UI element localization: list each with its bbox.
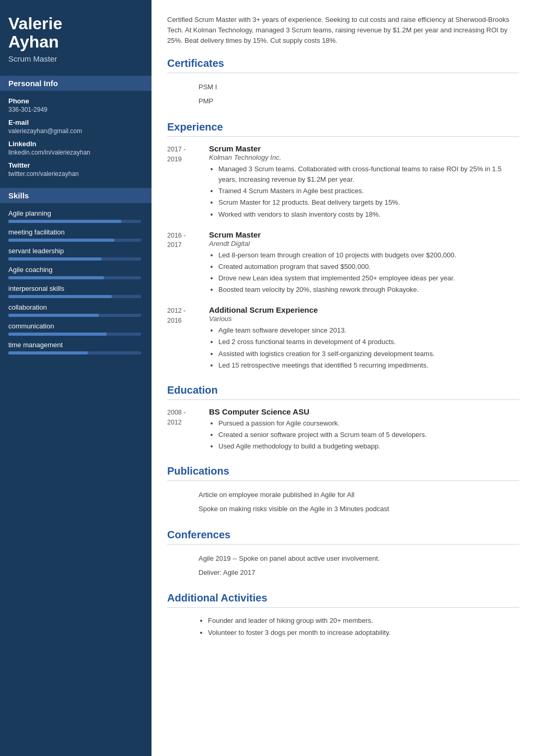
skill-bar-fill	[8, 314, 99, 317]
exp-job-title: Additional Scrum Experience	[209, 305, 519, 314]
cert-item: PSM I	[167, 80, 519, 95]
exp-bullet: Led 2 cross functional teams in developm…	[218, 337, 519, 347]
skill-bar-background	[8, 351, 141, 355]
conference-item: Agile 2019 -- Spoke on panel about activ…	[167, 552, 519, 566]
skill-bar-background	[8, 239, 141, 242]
skill-item: collaboration	[8, 303, 141, 317]
edu-details: BS Computer Science ASUPursued a passion…	[209, 407, 519, 453]
resume-container: Valerie Ayhan Scrum Master Personal Info…	[0, 0, 535, 756]
email-label: E-mail	[8, 119, 141, 126]
conferences-list: Agile 2019 -- Spoke on panel about activ…	[167, 552, 519, 580]
exp-company: Kolman Technology Inc.	[209, 153, 519, 161]
activities-section: Additional Activities Founder and leader…	[167, 592, 519, 638]
skill-item: communication	[8, 322, 141, 336]
exp-date: 2012 - 2016	[167, 305, 209, 372]
skill-bar-fill	[8, 220, 121, 223]
experience-row: 2017 - 2019Scrum MasterKolman Technology…	[167, 144, 519, 221]
exp-details: Scrum MasterKolman Technology Inc.Manage…	[209, 144, 519, 221]
conferences-section: Conferences Agile 2019 -- Spoke on panel…	[167, 529, 519, 580]
skill-label: communication	[8, 322, 141, 330]
skill-item: interpersonal skills	[8, 285, 141, 298]
exp-bullet: Scrum Master for 12 products. Beat deliv…	[218, 197, 519, 208]
publication-item: Spoke on making risks visible on the Agi…	[167, 502, 519, 516]
summary: Certified Scrum Master with 3+ years of …	[167, 15, 519, 46]
skill-item: meeting facilitation	[8, 228, 141, 242]
skill-item: time management	[8, 341, 141, 355]
certificates-list: PSM IPMP	[167, 80, 519, 109]
skills-list: Agile planningmeeting facilitationservan…	[8, 209, 141, 355]
exp-bullet: Managed 3 Scrum teams. Collaborated with…	[218, 164, 519, 185]
exp-bullet: Worked with vendors to slash inventory c…	[218, 209, 519, 220]
experience-divider	[167, 136, 519, 137]
skill-bar-fill	[8, 239, 114, 242]
experience-row: 2016 - 2017Scrum MasterArendt DigitalLed…	[167, 230, 519, 297]
skill-bar-background	[8, 257, 141, 261]
activities-title: Additional Activities	[167, 592, 519, 604]
skill-bar-fill	[8, 351, 88, 355]
education-title: Education	[167, 384, 519, 396]
skill-label: time management	[8, 341, 141, 349]
publications-title: Publications	[167, 465, 519, 477]
publications-divider	[167, 480, 519, 481]
exp-details: Scrum MasterArendt DigitalLed 8-person t…	[209, 230, 519, 297]
skill-item: servant leadership	[8, 247, 141, 261]
phone-value: 336-301-2949	[8, 106, 141, 113]
exp-bullet: Led 15 retrospective meetings that ident…	[218, 360, 519, 371]
certificates-title: Certificates	[167, 57, 519, 69]
skill-label: Agile coaching	[8, 266, 141, 274]
exp-bullet: Assisted with logistics creation for 3 s…	[218, 349, 519, 359]
exp-bullets: Led 8-person team through creation of 10…	[209, 250, 519, 296]
skill-label: Agile planning	[8, 209, 141, 217]
conference-item: Deliver: Agile 2017	[167, 566, 519, 580]
publications-list: Article on employee morale published in …	[167, 488, 519, 516]
skill-bar-background	[8, 295, 141, 298]
personal-info-header: Personal Info	[0, 76, 152, 91]
candidate-name: Valerie Ayhan	[8, 15, 141, 51]
exp-bullet: Drove new Lean idea system that implemen…	[218, 273, 519, 284]
education-divider	[167, 399, 519, 400]
edu-degree: BS Computer Science ASU	[209, 407, 519, 416]
edu-bullet: Created a senior software project with a…	[218, 430, 519, 440]
activities-list: Founder and leader of hiking group with …	[167, 615, 519, 638]
skill-bar-fill	[8, 333, 107, 336]
exp-bullet: Boosted team velocity by 20%, slashing r…	[218, 285, 519, 295]
exp-bullet: Created automation program that saved $5…	[218, 262, 519, 272]
edu-bullet: Pursued a passion for Agile coursework.	[218, 418, 519, 429]
twitter-value: twitter.com/valeriezayhan	[8, 170, 141, 178]
education-section: Education 2008 - 2012BS Computer Science…	[167, 384, 519, 453]
edu-bullet: Used Agile methodology to build a budget…	[218, 441, 519, 452]
activity-item: Volunteer to foster 3 dogs per month to …	[208, 627, 519, 639]
exp-bullets: Agile team software developer since 2013…	[209, 325, 519, 371]
exp-company: Arendt Digital	[209, 240, 519, 247]
activity-item: Founder and leader of hiking group with …	[208, 615, 519, 627]
education-list: 2008 - 2012BS Computer Science ASUPursue…	[167, 407, 519, 453]
exp-bullet: Trained 4 Scrum Masters in Agile best pr…	[218, 186, 519, 196]
certificates-section: Certificates PSM IPMP	[167, 57, 519, 109]
exp-bullet: Agile team software developer since 2013…	[218, 325, 519, 336]
skills-section: Skills Agile planningmeeting facilitatio…	[8, 188, 141, 355]
skill-bar-background	[8, 276, 141, 279]
exp-job-title: Scrum Master	[209, 144, 519, 153]
exp-bullet: Led 8-person team through creation of 10…	[218, 250, 519, 261]
experience-title: Experience	[167, 121, 519, 133]
exp-date: 2017 - 2019	[167, 144, 209, 221]
twitter-label: Twitter	[8, 161, 141, 169]
skill-bar-background	[8, 314, 141, 317]
experience-row: 2012 - 2016Additional Scrum ExperienceVa…	[167, 305, 519, 372]
activities-divider	[167, 607, 519, 608]
skill-bar-fill	[8, 295, 112, 298]
cert-item: PMP	[167, 95, 519, 109]
exp-date: 2016 - 2017	[167, 230, 209, 297]
email-value: valeriezayhan@gmail.com	[8, 127, 141, 135]
edu-date: 2008 - 2012	[167, 407, 209, 453]
skill-bar-fill	[8, 276, 104, 279]
skill-label: meeting facilitation	[8, 228, 141, 236]
skill-item: Agile coaching	[8, 266, 141, 279]
edu-bullets: Pursued a passion for Agile coursework.C…	[209, 418, 519, 452]
certificates-divider	[167, 73, 519, 73]
exp-bullets: Managed 3 Scrum teams. Collaborated with…	[209, 164, 519, 220]
exp-details: Additional Scrum ExperienceVariousAgile …	[209, 305, 519, 372]
skill-label: collaboration	[8, 303, 141, 311]
personal-info-fields: Phone 336-301-2949 E-mail valeriezayhan@…	[8, 97, 141, 178]
education-row: 2008 - 2012BS Computer Science ASUPursue…	[167, 407, 519, 453]
